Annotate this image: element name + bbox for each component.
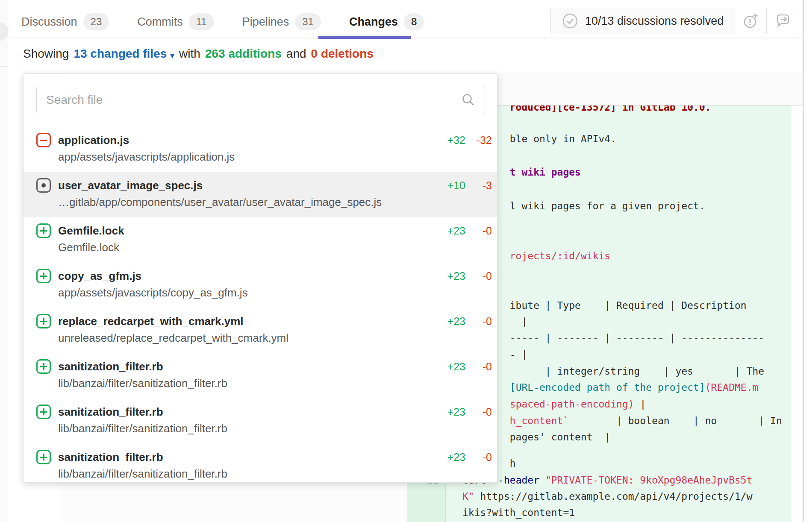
file-name: user_avatar_image_spec.js [58,179,433,192]
file-path: unreleased/replace_redcarpet_with_cmark.… [58,331,492,345]
summary-and: and [286,47,306,61]
file-name: sanitization_filter.rb [58,405,433,419]
file-path: Gemfile.lock [58,241,492,254]
changed-file-row[interactable]: application.js+32-32app/assets/javascrip… [24,127,497,172]
changes-summary: Showing 13 changed files ▾ with 263 addi… [23,47,374,61]
changed-file-row[interactable]: sanitization_filter.rb+23-0lib/banzai/fi… [24,399,497,444]
page-right-border [803,0,804,522]
jump-to-next-discussion-button[interactable] [767,8,798,34]
changed-file-row[interactable]: replace_redcarpet_with_cmark.yml+23-0unr… [24,308,497,353]
file-status-modified-icon [36,178,51,193]
tab-count-badge: 8 [404,13,424,30]
file-name: sanitization_filter.rb [58,360,433,373]
file-additions-count: +23 [433,225,465,237]
summary-additions: 263 additions [205,47,282,61]
file-name: copy_as_gfm.js [58,270,433,283]
check-circle-icon [562,13,578,29]
file-status-added-icon [36,359,51,374]
file-status-deleted-icon [36,133,51,147]
resolve-in-new-issue-button[interactable] [735,8,767,34]
diff-line: curl --header "PRIVATE-TOKEN: 9koXpg98eA… [462,472,753,489]
file-additions-count: +23 [433,361,465,373]
file-additions-count: +23 [433,451,465,463]
left-rail [0,0,8,522]
file-status-added-icon [36,450,51,464]
file-path: lib/banzai/filter/sanitization_filter.rb [58,422,492,435]
file-path: lib/banzai/filter/sanitization_filter.rb [58,377,492,390]
file-deletions-count: -32 [465,134,492,147]
changed-file-row[interactable]: copy_as_gfm.js+23-0app/assets/javascript… [24,263,497,308]
changed-files-dropdown-panel: application.js+32-32app/assets/javascrip… [23,73,497,483]
diff-line: K" https://gitlab.example.com/api/v4/pro… [462,488,753,505]
summary-prefix: Showing [23,47,69,61]
diff-line: h_content` | boolean | no | In [462,413,782,429]
mr-tabbar: Discussion23Commits11Pipelines31Changes8 [21,6,424,38]
changed-files-dropdown-toggle[interactable]: 13 changed files ▾ [74,47,174,61]
file-additions-count: +32 [433,134,465,147]
file-additions-count: +23 [433,270,465,282]
discussions-resolved-status: 10/13 discussions resolved [550,8,735,34]
diff-line: ibute | Type | Required | Description [462,297,747,314]
chevron-down-icon: ▾ [170,51,174,60]
file-name: application.js [58,134,433,147]
file-deletions-count: -0 [465,225,492,237]
diff-line: [URL-encoded path of the project](README… [462,379,758,396]
file-path: lib/banzai/filter/sanitization_filter.rb [58,467,492,481]
file-name: Gemfile.lock [58,224,433,238]
tab-count-badge: 23 [83,13,109,30]
file-search-input[interactable] [36,87,485,113]
file-additions-count: +10 [433,179,465,192]
file-path: …gitlab/app/components/user_avatar/user_… [58,196,492,209]
diff-line: roduced][ce-13572] in GitLab 10.0. [462,106,711,116]
file-deletions-count: -0 [465,406,492,418]
tab-label: Commits [137,15,183,29]
collapsed-avatar-partial [0,22,9,41]
file-status-added-icon [36,269,51,283]
changed-file-row[interactable]: user_avatar_image_spec.js+10-3…gitlab/ap… [24,172,497,217]
tab-commits[interactable]: Commits11 [137,13,214,30]
file-name: sanitization_filter.rb [58,451,433,464]
rail-divider [0,66,8,67]
file-deletions-count: -3 [465,179,492,192]
file-search [36,87,485,113]
changed-file-list: application.js+32-32app/assets/javascrip… [24,127,497,483]
file-name: replace_redcarpet_with_cmark.yml [58,315,433,328]
tab-count-badge: 11 [189,13,214,30]
file-additions-count: +23 [433,406,465,418]
discussions-resolved-label: 10/13 discussions resolved [585,15,724,28]
changed-file-row[interactable]: sanitization_filter.rb+23-0lib/banzai/fi… [24,444,497,483]
next-discussion-icon [773,12,792,30]
file-deletions-count: -0 [465,315,492,328]
file-additions-count: +23 [433,315,465,328]
diff-line: ----- | ------- | -------- | -----------… [462,330,764,346]
file-status-added-icon [36,405,51,419]
file-deletions-count: -0 [465,270,492,282]
tab-label: Discussion [21,15,77,29]
file-path: app/assets/javascripts/application.js [58,150,492,164]
diff-line: ikis?with_content=1 [462,504,575,521]
discussions-toolbar: 10/13 discussions resolved [550,8,798,34]
summary-with: with [179,47,200,61]
changed-file-row[interactable]: sanitization_filter.rb+23-0lib/banzai/fi… [24,353,497,399]
diff-added-code-pane: roduced][ce-13572] in GitLab 10.0. ble o… [446,106,791,522]
merge-request-changes-page: Discussion23Commits11Pipelines31Changes8… [0,0,812,522]
active-tab-underline [318,36,411,39]
summary-deletions: 0 deletions [311,47,374,61]
tab-count-badge: 31 [295,13,321,30]
file-path: app/assets/javascripts/copy_as_gfm.js [58,286,492,299]
diff-line: | integer/string | yes | The [462,363,764,380]
file-status-added-icon [36,314,51,328]
changed-file-row[interactable]: Gemfile.lock+23-0Gemfile.lock [24,217,497,263]
tab-label: Pipelines [242,15,289,29]
tab-discussion[interactable]: Discussion23 [21,13,109,30]
file-status-added-icon [36,223,51,238]
new-issue-icon [741,12,760,30]
tab-changes[interactable]: Changes8 [349,13,424,30]
tab-pipelines[interactable]: Pipelines31 [242,13,321,30]
tab-label: Changes [349,15,398,29]
search-icon [461,93,476,107]
file-deletions-count: -0 [465,451,492,463]
file-deletions-count: -0 [465,361,492,373]
diff-line: l wiki pages for a given project. [462,198,705,214]
